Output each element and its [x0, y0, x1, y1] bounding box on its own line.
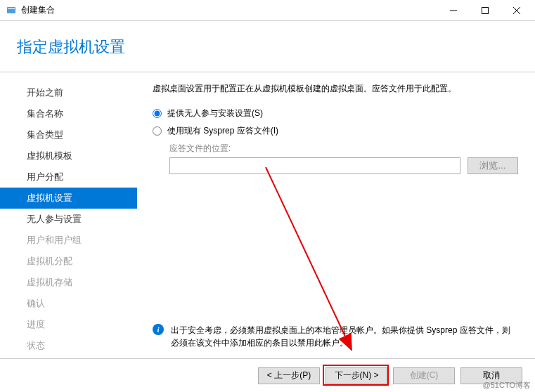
- sidebar-item-9: 虚拟机存储: [0, 272, 137, 293]
- body: 开始之前集合名称集合类型虚拟机模板用户分配虚拟机设置无人参与设置用户和用户组虚拟…: [0, 72, 535, 355]
- radio-sysprep-label: 使用现有 Sysprep 应答文件(I): [167, 125, 278, 137]
- description-text: 虚拟桌面设置用于配置正在从虚拟机模板创建的虚拟桌面。应答文件用于此配置。: [153, 82, 518, 95]
- info-text: 出于安全考虑，必须禁用虚拟桌面上的本地管理员帐户。如果你提供 Sysprep 应…: [171, 324, 518, 349]
- radio-sysprep-row[interactable]: 使用现有 Sysprep 应答文件(I): [153, 125, 518, 137]
- info-strip: i 出于安全考虑，必须禁用虚拟桌面上的本地管理员帐户。如果你提供 Sysprep…: [153, 324, 518, 349]
- page-title: 指定虚拟机设置: [17, 37, 535, 58]
- sidebar: 开始之前集合名称集合类型虚拟机模板用户分配虚拟机设置无人参与设置用户和用户组虚拟…: [0, 72, 137, 355]
- radio-sysprep[interactable]: [153, 126, 162, 136]
- svg-rect-1: [8, 8, 15, 9]
- next-button[interactable]: 下一步(N) >: [325, 367, 387, 384]
- create-button: 创建(C): [393, 367, 455, 384]
- svg-rect-0: [7, 7, 15, 13]
- answer-file-row: 浏览...: [169, 157, 518, 174]
- sidebar-item-8: 虚拟机分配: [0, 251, 137, 272]
- sidebar-item-10: 确认: [0, 293, 137, 314]
- window-controls: [437, 0, 532, 20]
- close-button[interactable]: [501, 0, 532, 20]
- window-title: 创建集合: [21, 4, 437, 16]
- sidebar-item-12: 状态: [0, 335, 137, 356]
- radio-unattended-label: 提供无人参与安装设置(S): [167, 107, 263, 119]
- svg-rect-3: [482, 7, 488, 13]
- minimize-button[interactable]: [437, 0, 469, 20]
- sidebar-item-2[interactable]: 集合类型: [0, 124, 137, 145]
- sidebar-item-6[interactable]: 无人参与设置: [0, 209, 137, 230]
- answer-file-input: [169, 157, 460, 174]
- maximize-button[interactable]: [469, 0, 501, 20]
- browse-button: 浏览...: [468, 157, 518, 174]
- sidebar-item-1[interactable]: 集合名称: [0, 103, 137, 124]
- sidebar-item-5[interactable]: 虚拟机设置: [0, 188, 137, 209]
- titlebar: 创建集合: [0, 0, 535, 21]
- sidebar-item-7: 用户和用户组: [0, 230, 137, 251]
- sidebar-item-11: 进度: [0, 314, 137, 335]
- footer: < 上一步(P) 下一步(N) > 创建(C) 取消: [0, 358, 535, 392]
- sidebar-item-4[interactable]: 用户分配: [0, 166, 137, 188]
- main-panel: 虚拟桌面设置用于配置正在从虚拟机模板创建的虚拟桌面。应答文件用于此配置。 提供无…: [137, 72, 535, 355]
- info-icon: i: [153, 324, 164, 335]
- answer-file-label: 应答文件的位置:: [169, 143, 518, 155]
- watermark: @51CTO博客: [483, 380, 531, 391]
- app-icon: [6, 5, 17, 16]
- radio-unattended-row[interactable]: 提供无人参与安装设置(S): [153, 107, 518, 119]
- header: 指定虚拟机设置: [0, 21, 535, 72]
- sidebar-item-3[interactable]: 虚拟机模板: [0, 145, 137, 166]
- prev-button[interactable]: < 上一步(P): [258, 367, 320, 384]
- sidebar-item-0[interactable]: 开始之前: [0, 82, 137, 103]
- radio-unattended[interactable]: [153, 109, 162, 118]
